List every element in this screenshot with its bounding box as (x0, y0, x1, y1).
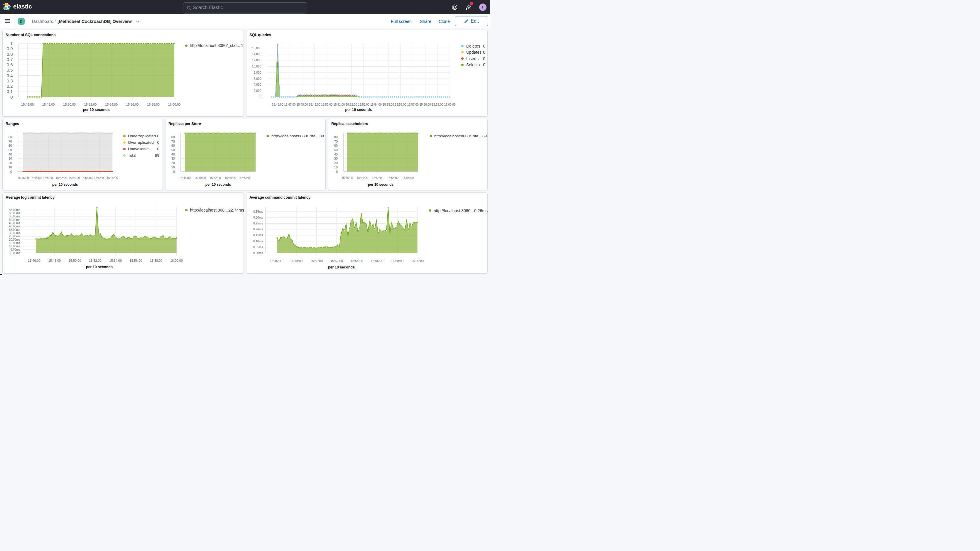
svg-text:15:54:00: 15:54:00 (68, 176, 80, 180)
svg-text:30: 30 (171, 157, 175, 160)
svg-text:15:50:00: 15:50:00 (68, 259, 81, 262)
svg-text:0.3: 0.3 (7, 78, 13, 83)
svg-text:16:00:00: 16:00:00 (411, 259, 424, 263)
svg-text:15:52:00: 15:52:00 (330, 259, 343, 263)
svg-text:15:48:00: 15:48:00 (42, 103, 55, 106)
svg-text:per 10 seconds: per 10 seconds (368, 183, 394, 186)
svg-text:15:52:00: 15:52:00 (84, 103, 97, 106)
svg-text:16:00:00: 16:00:00 (170, 259, 183, 262)
svg-text:14,000: 14,000 (252, 52, 261, 56)
svg-text:0.00ms: 0.00ms (11, 252, 20, 255)
svg-text:15:50:00: 15:50:00 (321, 103, 332, 106)
svg-text:15.00ms: 15.00ms (9, 242, 20, 245)
svg-text:per 10 seconds: per 10 seconds (205, 183, 231, 186)
svg-text:0.30ms: 0.30ms (253, 216, 263, 219)
svg-text:15:52:00: 15:52:00 (372, 176, 383, 180)
svg-text:per 10 seconds: per 10 seconds (86, 265, 113, 269)
svg-text:10.00ms: 10.00ms (9, 245, 20, 248)
svg-text:15:52:00: 15:52:00 (346, 103, 357, 106)
svg-text:15:58:00: 15:58:00 (391, 259, 403, 263)
svg-text:15:56:00: 15:56:00 (81, 176, 92, 180)
svg-text:0.26ms: 0.26ms (474, 208, 488, 213)
svg-text:20: 20 (334, 161, 338, 165)
svg-text:http://localhost:8080/_sta...: http://localhost:8080/_sta... (271, 134, 319, 138)
svg-text:0: 0 (483, 62, 485, 67)
svg-text:15:52:00: 15:52:00 (56, 176, 67, 180)
svg-text:15:58:00: 15:58:00 (402, 176, 414, 180)
svg-text:15:54:00: 15:54:00 (370, 103, 382, 106)
svg-text:10: 10 (334, 166, 338, 169)
svg-text:0: 0 (157, 147, 159, 151)
svg-text:http://localhost:8080/_sta...: http://localhost:8080/_sta... (434, 134, 482, 138)
svg-text:15:50:00: 15:50:00 (43, 176, 54, 180)
svg-text:0.15ms: 0.15ms (253, 234, 263, 237)
svg-text:Selects: Selects (466, 62, 480, 67)
svg-text:15:56:00: 15:56:00 (371, 259, 383, 263)
svg-text:0: 0 (173, 170, 175, 174)
svg-text:55.00ms: 55.00ms (9, 215, 20, 218)
svg-text:0.05ms: 0.05ms (253, 245, 263, 249)
svg-text:0.00ms: 0.00ms (253, 252, 263, 255)
svg-text:15:58:00: 15:58:00 (420, 103, 431, 106)
svg-text:per 10 seconds: per 10 seconds (52, 183, 78, 186)
svg-text:80: 80 (8, 135, 12, 139)
svg-text:15:58:00: 15:58:00 (150, 259, 162, 262)
svg-text:15:46:00: 15:46:00 (21, 103, 34, 106)
svg-text:Overreplicated: Overreplicated (128, 140, 154, 145)
svg-text:http://localhost:8080...: http://localhost:8080... (434, 208, 474, 213)
svg-text:5.00ms: 5.00ms (11, 248, 20, 251)
svg-text:15:48:00: 15:48:00 (296, 103, 308, 106)
svg-text:10: 10 (171, 166, 175, 169)
svg-text:0.6: 0.6 (7, 62, 13, 67)
svg-text:0.8: 0.8 (7, 52, 13, 57)
svg-text:per 10 seconds: per 10 seconds (345, 108, 372, 112)
svg-text:0.1: 0.1 (7, 89, 13, 94)
svg-text:70: 70 (8, 140, 12, 143)
svg-text:10,000: 10,000 (252, 65, 261, 68)
svg-text:15:58:00: 15:58:00 (240, 176, 251, 180)
svg-text:15:48:00: 15:48:00 (48, 259, 61, 262)
svg-text:0.5: 0.5 (7, 67, 13, 72)
svg-text:16:00:00: 16:00:00 (168, 103, 181, 106)
svg-text:20: 20 (171, 161, 175, 165)
svg-text:0: 0 (10, 170, 12, 174)
svg-text:16:00:00: 16:00:00 (107, 176, 118, 180)
svg-text:20.00ms: 20.00ms (9, 238, 20, 241)
svg-text:15:48:00: 15:48:00 (30, 176, 42, 180)
svg-text:50: 50 (8, 148, 12, 152)
svg-text:60.00ms: 60.00ms (9, 212, 20, 215)
svg-text:40.00ms: 40.00ms (9, 225, 20, 228)
svg-text:0: 0 (260, 95, 261, 99)
svg-text:15:54:00: 15:54:00 (109, 259, 122, 262)
svg-text:0.35ms: 0.35ms (253, 210, 263, 213)
svg-text:15:47:00: 15:47:00 (284, 103, 296, 106)
svg-text:0.7: 0.7 (7, 57, 13, 62)
svg-text:per 10 seconds: per 10 seconds (328, 265, 355, 269)
svg-text:1: 1 (10, 41, 13, 46)
svg-text:Underreplicated: Underreplicated (128, 134, 156, 138)
svg-text:15:46:00: 15:46:00 (342, 176, 353, 180)
svg-text:0: 0 (336, 170, 338, 174)
svg-text:15:55:00: 15:55:00 (383, 103, 394, 106)
svg-text:6,000: 6,000 (253, 77, 261, 80)
svg-text:10: 10 (8, 166, 12, 169)
svg-text:15:59:00: 15:59:00 (432, 103, 443, 106)
svg-text:15:46:00: 15:46:00 (18, 176, 29, 180)
svg-text:0.4: 0.4 (7, 73, 13, 78)
svg-text:15:55:00: 15:55:00 (387, 176, 398, 180)
svg-text:15:58:00: 15:58:00 (94, 176, 105, 180)
svg-text:15:49:00: 15:49:00 (194, 176, 206, 180)
svg-text:89: 89 (320, 134, 324, 138)
svg-text:25.00ms: 25.00ms (9, 235, 20, 238)
svg-text:15:49:00: 15:49:00 (357, 176, 368, 180)
svg-text:15:58:00: 15:58:00 (147, 103, 160, 106)
svg-text:15:50:00: 15:50:00 (310, 259, 323, 263)
svg-text:50: 50 (334, 148, 338, 152)
svg-text:89: 89 (155, 153, 159, 158)
svg-text:15:46:00: 15:46:00 (179, 176, 191, 180)
svg-text:http://localhost:8080/_stat...: http://localhost:8080/_stat... (190, 43, 240, 48)
svg-text:http://localhost:808...: http://localhost:808... (190, 208, 228, 212)
svg-text:15:53:00: 15:53:00 (358, 103, 369, 106)
svg-text:4,000: 4,000 (253, 83, 261, 86)
svg-text:15:52:00: 15:52:00 (210, 176, 221, 180)
